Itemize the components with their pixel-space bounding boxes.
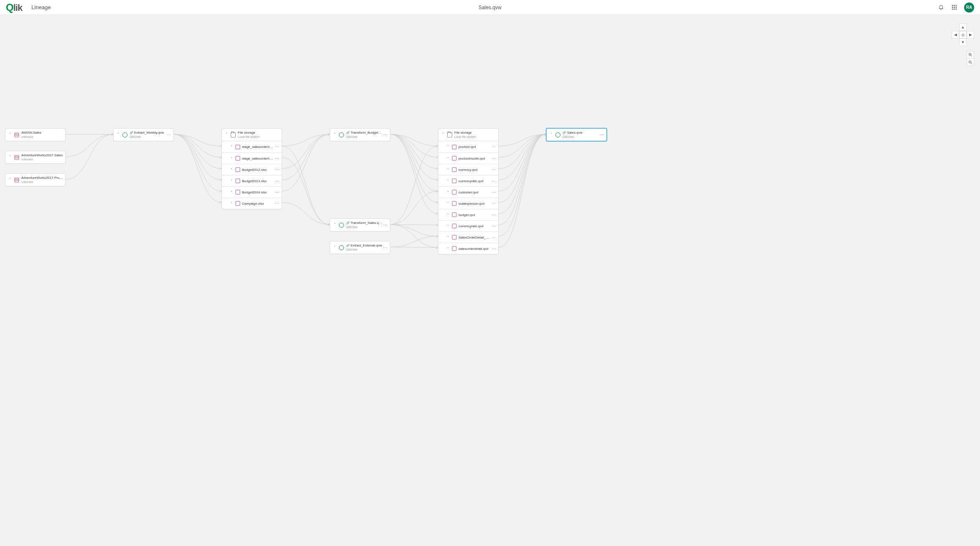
expand-icon[interactable]: ˅ — [446, 157, 450, 160]
expand-icon[interactable]: ˅ — [446, 168, 450, 172]
expand-icon[interactable]: ˅ — [229, 179, 234, 183]
more-icon[interactable]: ⋯ — [274, 179, 280, 183]
expand-icon[interactable]: ˅ — [116, 133, 120, 137]
more-icon[interactable]: ⋯ — [491, 213, 496, 217]
expand-icon[interactable]: ˅ — [549, 133, 553, 137]
more-icon[interactable]: ⋯ — [491, 246, 496, 251]
expand-icon[interactable]: ˅ — [446, 224, 450, 228]
node-db2[interactable]: ˅ AdventureWorks2017.Sales unknown — [5, 151, 66, 164]
expand-icon[interactable]: ˅ — [8, 178, 12, 182]
expand-icon[interactable]: ˅ — [446, 190, 450, 194]
node-header[interactable]: ˅ AWDW.Sales unknown — [5, 129, 65, 141]
notifications-icon[interactable] — [937, 4, 945, 11]
more-icon[interactable]: ⋯ — [382, 223, 388, 227]
child-b13[interactable]: ˅ Budget2013.xlsx ⋯ — [222, 175, 282, 186]
child-budget[interactable]: ˅ budget.qvd ⋯ — [438, 209, 498, 220]
node-app_eexternal[interactable]: ˅ 🔗Extract_External.qvw QlikView ⋯ — [330, 241, 390, 254]
more-icon[interactable]: ⋯ — [599, 132, 605, 137]
more-icon[interactable]: ⋯ — [491, 190, 496, 195]
expand-icon[interactable]: ˅ — [446, 213, 450, 217]
zoom-out-button[interactable] — [967, 58, 974, 66]
child-currencyrate[interactable]: ˅ currencyrate.qvd ⋯ — [438, 175, 498, 186]
zoom-in-button[interactable] — [967, 51, 974, 58]
qvd-icon — [452, 235, 457, 240]
child-stage_header[interactable]: ˅ stage_salesorderhead… ⋯ — [222, 152, 282, 164]
apps-grid-icon[interactable] — [951, 4, 958, 11]
child-productmodel[interactable]: ˅ productmodel.qvd ⋯ — [438, 152, 498, 164]
expand-icon[interactable]: ˅ — [333, 246, 337, 249]
child-b14[interactable]: ˅ Budget2014.xlsx ⋯ — [222, 186, 282, 198]
more-icon[interactable]: ⋯ — [491, 235, 496, 240]
user-avatar[interactable]: RA — [964, 3, 974, 13]
node-header[interactable]: ˅ 🔗Extract_Weekly.qvw QlikView ⋯ — [114, 129, 173, 141]
expand-icon[interactable]: ˅ — [446, 247, 450, 251]
expand-icon[interactable]: ˅ — [446, 202, 450, 206]
svg-rect-31 — [236, 168, 240, 172]
node-header[interactable]: ˅ AdventureWorks2017.Sales unknown — [5, 151, 65, 163]
pan-down-button[interactable]: ▼ — [959, 38, 967, 46]
expand-icon[interactable]: ˅ — [229, 202, 234, 206]
expand-icon[interactable]: ˅ — [446, 236, 450, 239]
more-icon[interactable]: ⋯ — [274, 168, 280, 172]
more-icon[interactable]: ⋯ — [491, 168, 496, 172]
node-label: 🔗Transform_Sales.qvw QlikView — [346, 221, 382, 229]
child-camp[interactable]: ˅ Campaign.xlsx ⋯ — [222, 198, 282, 209]
more-icon[interactable]: ⋯ — [274, 156, 280, 161]
node-db3[interactable]: ˅ AdventureWorks2017.Produ… unknown — [5, 173, 66, 186]
expand-icon[interactable]: ˅ — [229, 168, 234, 172]
expand-icon[interactable]: ˅ — [446, 179, 450, 183]
more-icon[interactable]: ⋯ — [491, 179, 496, 183]
more-icon[interactable]: ⋯ — [274, 201, 280, 206]
node-app_extract[interactable]: ˅ 🔗Extract_Weekly.qvw QlikView ⋯ — [113, 128, 174, 141]
child-salesorderdetail[interactable]: ˅ salesorderdetail.qvd ⋯ — [438, 243, 498, 254]
child-product[interactable]: ˅ product.qvd ⋯ — [438, 141, 498, 152]
svg-rect-7 — [954, 8, 955, 10]
child-currency[interactable]: ˅ currency.qvd ⋯ — [438, 164, 498, 175]
node-fs1[interactable]: ˄ File storage Local file system ˅ stage… — [221, 128, 282, 209]
node-app_sales[interactable]: ˅ 🔗Sales.qvw QlikView ⋯ — [546, 128, 607, 141]
node-header[interactable]: ˅ 🔗Transform_Sales.qvw QlikView ⋯ — [330, 219, 390, 231]
child-b12[interactable]: ˅ Budget2012.xlsx ⋯ — [222, 164, 282, 175]
more-icon[interactable]: ⋯ — [166, 132, 172, 137]
more-icon[interactable]: ⋯ — [491, 224, 496, 229]
child-currencyrate2[interactable]: ˅ currencyrate.qvd ⋯ — [438, 220, 498, 231]
expand-icon[interactable]: ˄ — [441, 133, 445, 137]
expand-icon[interactable]: ˅ — [333, 133, 337, 137]
node-header[interactable]: ˄ File storage Local file system — [222, 129, 282, 141]
node-header[interactable]: ˅ AdventureWorks2017.Produ… unknown — [5, 174, 65, 186]
expand-icon[interactable]: ˅ — [8, 133, 12, 137]
node-header[interactable]: ˄ File storage Local file system — [438, 129, 498, 141]
expand-icon[interactable]: ˅ — [8, 155, 12, 159]
child-sod20[interactable]: ˅ SalesOrderDetail_20… ⋯ — [438, 231, 498, 243]
expand-icon[interactable]: ˅ — [446, 145, 450, 149]
expand-icon[interactable]: ˅ — [229, 157, 234, 160]
pan-left-button[interactable]: ◀ — [952, 31, 959, 38]
pan-up-button[interactable]: ▲ — [959, 23, 967, 31]
more-icon[interactable]: ⋯ — [491, 145, 496, 149]
node-header[interactable]: ˅ 🔗Extract_External.qvw QlikView ⋯ — [330, 241, 390, 254]
node-label: AWDW.Sales unknown — [21, 131, 64, 138]
node-header[interactable]: ˅ 🔗Sales.qvw QlikView ⋯ — [547, 129, 606, 141]
expand-icon[interactable]: ˅ — [333, 223, 337, 227]
child-stage_detail[interactable]: ˅ stage_salesorderdetail… ⋯ — [222, 141, 282, 152]
expand-icon[interactable]: ˅ — [229, 190, 234, 194]
node-fs2[interactable]: ˄ File storage Local file system ˅ produ… — [438, 128, 499, 254]
more-icon[interactable]: ⋯ — [274, 145, 280, 149]
node-app_tsales[interactable]: ˅ 🔗Transform_Sales.qvw QlikView ⋯ — [330, 218, 390, 231]
lineage-canvas[interactable]: ▲ ◀ ▶ ▼ ˅ AWDW.Sales unknown — [0, 15, 980, 546]
child-vsalesperson[interactable]: ˅ vsalesperson.qvd ⋯ — [438, 198, 498, 209]
more-icon[interactable]: ⋯ — [382, 245, 388, 250]
node-header[interactable]: ˅ 🔗Transform_Budget.qvw QlikView ⋯ — [330, 129, 390, 141]
node-app_tbudget[interactable]: ˅ 🔗Transform_Budget.qvw QlikView ⋯ — [330, 128, 390, 141]
child-customer[interactable]: ˅ customer.qvd ⋯ — [438, 186, 498, 198]
expand-icon[interactable]: ˅ — [229, 145, 234, 149]
more-icon[interactable]: ⋯ — [382, 132, 388, 137]
pan-home-button[interactable] — [959, 31, 967, 38]
node-db1[interactable]: ˅ AWDW.Sales unknown — [5, 128, 66, 141]
expand-icon[interactable]: ˄ — [224, 133, 229, 137]
pan-controls: ▲ ◀ ▶ ▼ — [952, 23, 974, 46]
more-icon[interactable]: ⋯ — [274, 190, 280, 195]
pan-right-button[interactable]: ▶ — [967, 31, 974, 38]
more-icon[interactable]: ⋯ — [491, 156, 496, 161]
more-icon[interactable]: ⋯ — [491, 201, 496, 206]
